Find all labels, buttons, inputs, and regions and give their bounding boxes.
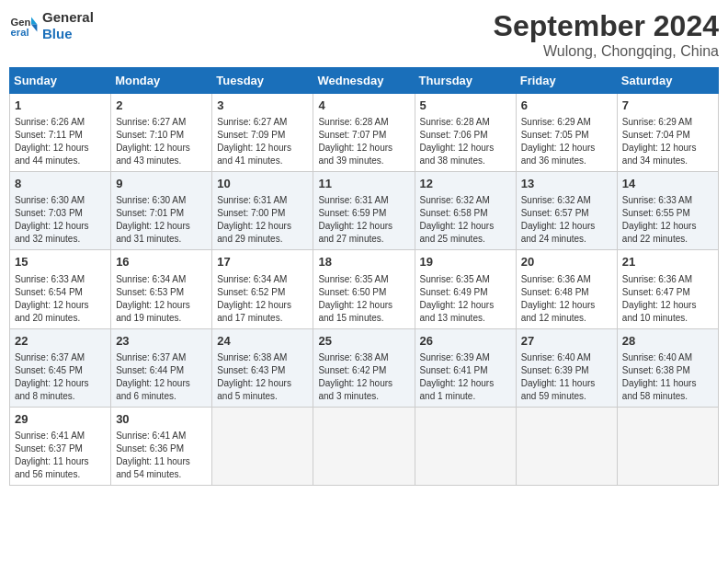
calendar-cell: 7Sunrise: 6:29 AM Sunset: 7:04 PM Daylig… bbox=[617, 94, 718, 172]
logo-icon: Gen eral bbox=[9, 11, 39, 40]
day-number: 1 bbox=[15, 98, 106, 114]
day-number: 13 bbox=[521, 176, 612, 192]
calendar-cell: 30Sunrise: 6:41 AM Sunset: 6:36 PM Dayli… bbox=[111, 407, 212, 485]
day-info: Sunrise: 6:36 AM Sunset: 6:48 PM Dayligh… bbox=[521, 273, 612, 325]
calendar-cell: 11Sunrise: 6:31 AM Sunset: 6:59 PM Dayli… bbox=[313, 172, 415, 250]
day-info: Sunrise: 6:37 AM Sunset: 6:45 PM Dayligh… bbox=[15, 351, 106, 403]
day-number: 18 bbox=[318, 254, 409, 270]
day-info: Sunrise: 6:35 AM Sunset: 6:49 PM Dayligh… bbox=[420, 273, 511, 325]
weekday-header-thursday: Thursday bbox=[415, 68, 516, 94]
day-info: Sunrise: 6:41 AM Sunset: 6:36 PM Dayligh… bbox=[116, 430, 207, 481]
calendar-week-row: 8Sunrise: 6:30 AM Sunset: 7:03 PM Daylig… bbox=[10, 172, 719, 250]
day-number: 8 bbox=[15, 176, 106, 192]
day-info: Sunrise: 6:32 AM Sunset: 6:58 PM Dayligh… bbox=[420, 194, 511, 246]
calendar-cell: 18Sunrise: 6:35 AM Sunset: 6:50 PM Dayli… bbox=[313, 250, 415, 328]
calendar-cell: 2Sunrise: 6:27 AM Sunset: 7:10 PM Daylig… bbox=[111, 94, 212, 172]
calendar-cell: 21Sunrise: 6:36 AM Sunset: 6:47 PM Dayli… bbox=[617, 250, 718, 328]
day-info: Sunrise: 6:41 AM Sunset: 6:37 PM Dayligh… bbox=[15, 430, 106, 481]
day-info: Sunrise: 6:36 AM Sunset: 6:47 PM Dayligh… bbox=[622, 273, 713, 325]
month-title: September 2024 bbox=[494, 9, 719, 43]
calendar-cell bbox=[313, 407, 415, 485]
logo-text-blue: Blue bbox=[42, 26, 94, 42]
calendar-cell: 3Sunrise: 6:27 AM Sunset: 7:09 PM Daylig… bbox=[212, 94, 313, 172]
day-number: 24 bbox=[217, 333, 308, 350]
day-info: Sunrise: 6:33 AM Sunset: 6:54 PM Dayligh… bbox=[15, 273, 106, 325]
day-number: 9 bbox=[116, 176, 207, 192]
day-info: Sunrise: 6:40 AM Sunset: 6:38 PM Dayligh… bbox=[622, 351, 713, 403]
calendar-cell: 13Sunrise: 6:32 AM Sunset: 6:57 PM Dayli… bbox=[516, 172, 617, 250]
day-number: 29 bbox=[15, 411, 106, 428]
day-number: 6 bbox=[521, 98, 612, 114]
svg-marker-3 bbox=[31, 24, 37, 31]
logo: Gen eral General Blue bbox=[9, 9, 94, 42]
calendar-cell: 14Sunrise: 6:33 AM Sunset: 6:55 PM Dayli… bbox=[617, 172, 718, 250]
day-number: 11 bbox=[318, 176, 409, 192]
title-area: September 2024 Wulong, Chongqing, China bbox=[494, 9, 719, 60]
calendar-cell: 4Sunrise: 6:28 AM Sunset: 7:07 PM Daylig… bbox=[313, 94, 415, 172]
day-info: Sunrise: 6:27 AM Sunset: 7:09 PM Dayligh… bbox=[217, 116, 308, 167]
weekday-header-tuesday: Tuesday bbox=[212, 68, 313, 94]
day-info: Sunrise: 6:28 AM Sunset: 7:07 PM Dayligh… bbox=[318, 116, 409, 167]
day-info: Sunrise: 6:35 AM Sunset: 6:50 PM Dayligh… bbox=[318, 273, 409, 325]
day-number: 15 bbox=[15, 254, 106, 270]
day-number: 16 bbox=[116, 254, 207, 270]
day-info: Sunrise: 6:33 AM Sunset: 6:55 PM Dayligh… bbox=[622, 194, 713, 246]
weekday-header-wednesday: Wednesday bbox=[313, 68, 415, 94]
calendar-cell: 17Sunrise: 6:34 AM Sunset: 6:52 PM Dayli… bbox=[212, 250, 313, 328]
day-number: 21 bbox=[622, 254, 713, 270]
day-number: 5 bbox=[420, 98, 511, 114]
day-number: 26 bbox=[420, 333, 511, 350]
calendar-cell: 16Sunrise: 6:34 AM Sunset: 6:53 PM Dayli… bbox=[111, 250, 212, 328]
day-info: Sunrise: 6:29 AM Sunset: 7:04 PM Dayligh… bbox=[622, 116, 713, 167]
calendar-cell: 12Sunrise: 6:32 AM Sunset: 6:58 PM Dayli… bbox=[415, 172, 516, 250]
day-info: Sunrise: 6:34 AM Sunset: 6:52 PM Dayligh… bbox=[217, 273, 308, 325]
svg-marker-2 bbox=[31, 17, 37, 24]
calendar-week-row: 22Sunrise: 6:37 AM Sunset: 6:45 PM Dayli… bbox=[10, 328, 719, 407]
day-info: Sunrise: 6:28 AM Sunset: 7:06 PM Dayligh… bbox=[420, 116, 511, 167]
day-number: 12 bbox=[420, 176, 511, 192]
calendar-cell bbox=[212, 407, 313, 485]
day-number: 22 bbox=[15, 333, 106, 350]
calendar-cell: 5Sunrise: 6:28 AM Sunset: 7:06 PM Daylig… bbox=[415, 94, 516, 172]
calendar-cell: 23Sunrise: 6:37 AM Sunset: 6:44 PM Dayli… bbox=[111, 328, 212, 407]
calendar-cell bbox=[516, 407, 617, 485]
calendar-week-row: 15Sunrise: 6:33 AM Sunset: 6:54 PM Dayli… bbox=[10, 250, 719, 328]
calendar: SundayMondayTuesdayWednesdayThursdayFrid… bbox=[9, 67, 719, 486]
day-info: Sunrise: 6:27 AM Sunset: 7:10 PM Dayligh… bbox=[116, 116, 207, 167]
weekday-header-sunday: Sunday bbox=[10, 68, 111, 94]
day-info: Sunrise: 6:30 AM Sunset: 7:01 PM Dayligh… bbox=[116, 194, 207, 246]
day-number: 7 bbox=[622, 98, 713, 114]
day-number: 19 bbox=[420, 254, 511, 270]
calendar-cell: 9Sunrise: 6:30 AM Sunset: 7:01 PM Daylig… bbox=[111, 172, 212, 250]
day-number: 30 bbox=[116, 411, 207, 428]
svg-text:eral: eral bbox=[11, 27, 29, 38]
calendar-cell: 25Sunrise: 6:38 AM Sunset: 6:42 PM Dayli… bbox=[313, 328, 415, 407]
location-title: Wulong, Chongqing, China bbox=[494, 43, 719, 60]
day-number: 17 bbox=[217, 254, 308, 270]
day-number: 20 bbox=[521, 254, 612, 270]
day-info: Sunrise: 6:38 AM Sunset: 6:43 PM Dayligh… bbox=[217, 351, 308, 403]
calendar-cell: 20Sunrise: 6:36 AM Sunset: 6:48 PM Dayli… bbox=[516, 250, 617, 328]
day-info: Sunrise: 6:37 AM Sunset: 6:44 PM Dayligh… bbox=[116, 351, 207, 403]
day-number: 23 bbox=[116, 333, 207, 350]
calendar-cell: 22Sunrise: 6:37 AM Sunset: 6:45 PM Dayli… bbox=[10, 328, 111, 407]
svg-text:Gen: Gen bbox=[11, 17, 31, 28]
calendar-cell: 1Sunrise: 6:26 AM Sunset: 7:11 PM Daylig… bbox=[10, 94, 111, 172]
day-number: 3 bbox=[217, 98, 308, 114]
calendar-cell: 15Sunrise: 6:33 AM Sunset: 6:54 PM Dayli… bbox=[10, 250, 111, 328]
calendar-header-row: SundayMondayTuesdayWednesdayThursdayFrid… bbox=[10, 68, 719, 94]
calendar-cell: 29Sunrise: 6:41 AM Sunset: 6:37 PM Dayli… bbox=[10, 407, 111, 485]
calendar-cell: 19Sunrise: 6:35 AM Sunset: 6:49 PM Dayli… bbox=[415, 250, 516, 328]
calendar-week-row: 1Sunrise: 6:26 AM Sunset: 7:11 PM Daylig… bbox=[10, 94, 719, 172]
day-number: 14 bbox=[622, 176, 713, 192]
day-info: Sunrise: 6:26 AM Sunset: 7:11 PM Dayligh… bbox=[15, 116, 106, 167]
calendar-cell bbox=[415, 407, 516, 485]
day-number: 4 bbox=[318, 98, 409, 114]
day-number: 28 bbox=[622, 333, 713, 350]
calendar-cell: 26Sunrise: 6:39 AM Sunset: 6:41 PM Dayli… bbox=[415, 328, 516, 407]
day-info: Sunrise: 6:32 AM Sunset: 6:57 PM Dayligh… bbox=[521, 194, 612, 246]
logo-text-general: General bbox=[42, 9, 94, 26]
weekday-header-friday: Friday bbox=[516, 68, 617, 94]
day-number: 25 bbox=[318, 333, 409, 350]
day-info: Sunrise: 6:38 AM Sunset: 6:42 PM Dayligh… bbox=[318, 351, 409, 403]
